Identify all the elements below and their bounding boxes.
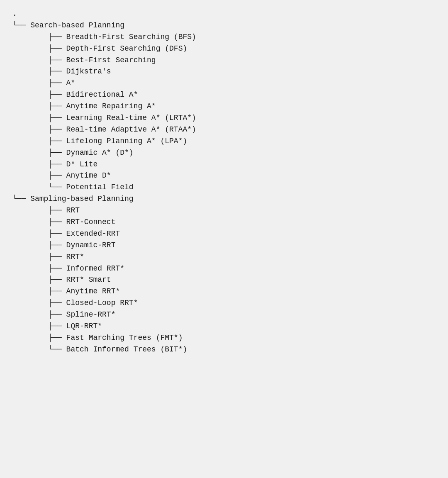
tree-line: ├── Fast Marching Trees (FMT*) bbox=[12, 332, 436, 344]
tree-line: ├── Learning Real-time A* (LRTA*) bbox=[12, 112, 436, 124]
tree-line: ├── RRT* Smart bbox=[12, 274, 436, 286]
tree-line: └── Batch Informed Trees (BIT*) bbox=[12, 344, 436, 356]
tree-line: ├── Closed-Loop RRT* bbox=[12, 298, 436, 309]
tree-line: ├── Extended-RRT bbox=[12, 228, 436, 240]
tree-line: ├── Spline-RRT* bbox=[12, 309, 436, 321]
tree-line: ├── Dijkstra's bbox=[12, 66, 436, 78]
tree-line: ├── Anytime D* bbox=[12, 170, 436, 182]
tree-line: ├── Lifelong Planning A* (LPA*) bbox=[12, 136, 436, 147]
tree-line: ├── Anytime Repairing A* bbox=[12, 101, 436, 112]
tree-line: ├── A* bbox=[12, 78, 436, 89]
tree-line: ├── Informed RRT* bbox=[12, 263, 436, 275]
tree-line: ├── Real-time Adaptive A* (RTAA*) bbox=[12, 124, 436, 136]
tree-line: └── Potential Field bbox=[12, 182, 436, 193]
tree-line: ├── RRT* bbox=[12, 251, 436, 263]
tree-line: ├── Dynamic-RRT bbox=[12, 240, 436, 251]
tree-line: ├── Best-First Searching bbox=[12, 55, 436, 66]
tree-line: ├── LQR-RRT* bbox=[12, 321, 436, 332]
tree-line: ├── RRT bbox=[12, 205, 436, 217]
tree-line: . bbox=[12, 8, 436, 20]
tree-line: ├── Dynamic A* (D*) bbox=[12, 147, 436, 159]
tree-line: ├── RRT-Connect bbox=[12, 217, 436, 228]
tree-line: ├── Anytime RRT* bbox=[12, 286, 436, 298]
tree-line: ├── Bidirectional A* bbox=[12, 89, 436, 101]
tree-line: ├── Breadth-First Searching (BFS) bbox=[12, 32, 436, 43]
tree-line: └── Sampling-based Planning bbox=[12, 193, 436, 205]
tree-line: └── Search-based Planning bbox=[12, 20, 436, 32]
tree-view: .└── Search-based Planning ├── Breadth-F… bbox=[12, 8, 436, 356]
tree-line: ├── D* Lite bbox=[12, 159, 436, 171]
tree-line: ├── Depth-First Searching (DFS) bbox=[12, 43, 436, 55]
